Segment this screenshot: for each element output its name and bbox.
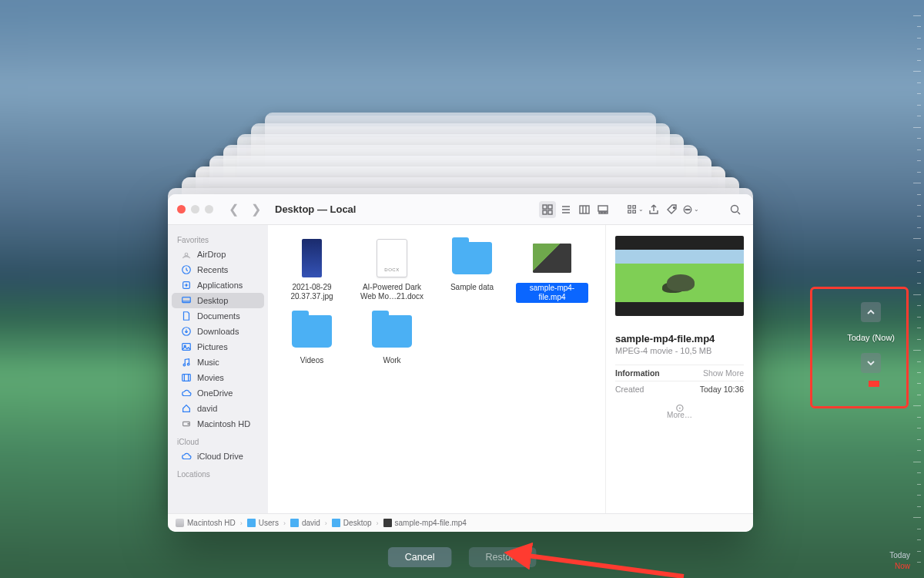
sidebar-item-downloads[interactable]: Downloads [172, 324, 264, 339]
svg-point-39 [188, 423, 189, 424]
path-segment[interactable]: david [290, 519, 320, 527]
search-button[interactable] [727, 201, 744, 218]
svg-point-18 [674, 207, 675, 208]
file-label: 2021-08-29 20.37.37.jpg [276, 283, 348, 301]
timemachine-down-button[interactable] [861, 353, 881, 373]
sidebar-item-recents[interactable]: Recents [172, 262, 264, 277]
sidebar-item-label: Recents [197, 265, 228, 274]
view-columns-button[interactable] [576, 201, 593, 218]
sidebar-item-label: Documents [197, 311, 240, 321]
sidebar-item-label: AirDrop [197, 250, 226, 259]
restore-button[interactable]: Restore [469, 547, 537, 567]
chevron-right-icon: › [283, 519, 286, 527]
file-item[interactable]: sample-mp4-file.mp4 [514, 237, 590, 303]
preview-info-row: CreatedToday 10:36 [615, 381, 744, 397]
path-segment[interactable]: Desktop [332, 519, 372, 527]
home-icon [181, 403, 192, 414]
svg-point-23 [732, 205, 738, 212]
sidebar-section-header: iCloud [168, 432, 268, 449]
svg-point-33 [183, 364, 186, 366]
file-item[interactable]: 2021-08-29 20.37.37.jpg [274, 237, 350, 303]
sidebar-section-header: Favorites [168, 230, 268, 247]
path-segment[interactable]: Macintosh HD [176, 519, 236, 527]
download-icon [181, 326, 192, 337]
traffic-lights[interactable] [177, 205, 213, 213]
timemachine-label: Today (Now) [847, 333, 895, 342]
svg-rect-12 [602, 212, 604, 213]
file-icon [383, 519, 392, 527]
file-item[interactable]: Sample data [434, 237, 510, 303]
svg-rect-31 [182, 344, 191, 351]
action-menu-button[interactable]: ⌄ [682, 201, 699, 218]
disk-icon [176, 519, 184, 527]
movie-icon [181, 372, 192, 383]
path-segment[interactable]: Users [247, 519, 279, 527]
svg-rect-16 [633, 205, 636, 208]
window-title: Desktop — Local [275, 203, 356, 215]
sidebar-item-icloud-drive[interactable]: iCloud Drive [172, 449, 264, 464]
minimize-icon[interactable] [191, 205, 199, 213]
picture-icon [181, 341, 192, 352]
sidebar-item-airdrop[interactable]: AirDrop [172, 247, 264, 262]
sidebar-item-pictures[interactable]: Pictures [172, 339, 264, 355]
sidebar-item-desktop[interactable]: Desktop [172, 293, 264, 308]
folder-icon [371, 311, 413, 352]
svg-point-21 [687, 209, 688, 210]
sidebar-item-onedrive[interactable]: OneDrive [172, 385, 264, 401]
view-list-button[interactable] [557, 201, 574, 218]
sidebar-item-movies[interactable]: Movies [172, 370, 264, 385]
view-gallery-button[interactable] [594, 201, 611, 218]
sidebar-item-label: Downloads [197, 327, 239, 336]
file-label: Sample data [450, 283, 494, 292]
sidebar-item-label: Applications [197, 281, 243, 290]
close-icon[interactable] [177, 205, 186, 213]
file-grid: 2021-08-29 20.37.37.jpgAI-Powered Dark W… [268, 225, 605, 513]
tags-button[interactable] [664, 201, 681, 218]
sidebar-item-documents[interactable]: Documents [172, 308, 264, 324]
file-label: Videos [300, 356, 323, 365]
sidebar-item-label: iCloud Drive [197, 452, 243, 461]
sidebar-item-label: Music [197, 358, 219, 367]
music-icon [181, 357, 192, 368]
svg-point-20 [685, 209, 686, 210]
sidebar-item-music[interactable]: Music [172, 355, 264, 370]
sidebar-item-macintosh-hd[interactable]: Macintosh HD [172, 416, 264, 432]
disk-icon [181, 418, 192, 429]
svg-rect-35 [182, 375, 191, 381]
sidebar-item-label: Macintosh HD [197, 419, 250, 428]
preview-more[interactable]: ⊙ More… [615, 405, 744, 419]
file-item[interactable]: AI-Powered Dark Web Mo…21.docx [354, 237, 430, 303]
sidebar-section-header: Locations [168, 464, 268, 481]
forward-button[interactable]: ❯ [248, 202, 264, 217]
zoom-icon[interactable] [205, 205, 213, 213]
share-button[interactable] [645, 201, 662, 218]
view-icons-button[interactable] [539, 201, 556, 218]
desktop-icon [181, 295, 192, 306]
finder-window: ❮ ❯ Desktop — Local ⌄ ⌄ FavoritesAirDrop… [168, 194, 753, 532]
show-more-button[interactable]: Show More [703, 368, 744, 378]
preview-thumbnail [615, 236, 744, 316]
file-item[interactable]: Work [354, 311, 430, 365]
svg-rect-2 [543, 210, 547, 214]
file-label: Work [383, 356, 400, 365]
timemachine-up-button[interactable] [861, 302, 881, 322]
back-button[interactable]: ❮ [226, 202, 242, 217]
folder-icon [247, 519, 256, 527]
svg-point-34 [187, 363, 189, 365]
svg-rect-1 [548, 205, 552, 209]
cloud-icon [181, 388, 192, 398]
timemachine-nav: Today (Now) [847, 302, 895, 373]
cancel-button[interactable]: Cancel [388, 547, 452, 567]
sidebar-item-david[interactable]: david [172, 401, 264, 416]
group-by-button[interactable]: ⌄ [627, 201, 644, 218]
svg-rect-28 [182, 297, 191, 303]
sidebar-item-label: Pictures [197, 342, 228, 351]
cloud-icon [181, 451, 192, 462]
file-item[interactable]: Videos [274, 311, 350, 365]
sidebar-item-applications[interactable]: Applications [172, 277, 264, 293]
path-segment[interactable]: sample-mp4-file.mp4 [383, 519, 467, 527]
svg-rect-10 [598, 206, 608, 211]
docx-icon [371, 237, 413, 279]
doc-icon [181, 311, 192, 321]
annotation-badge [869, 381, 879, 387]
